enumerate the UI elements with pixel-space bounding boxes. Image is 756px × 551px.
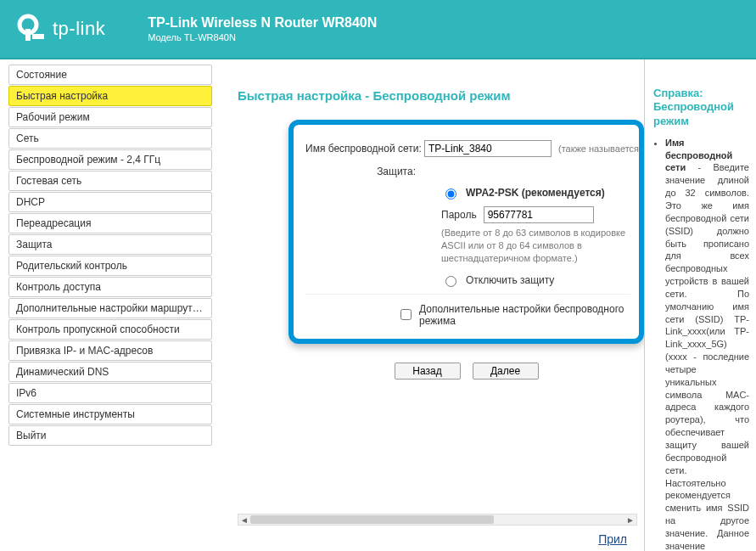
sidebar-item-7[interactable]: Переадресация <box>8 213 212 233</box>
scroll-right-arrow[interactable]: ► <box>624 514 636 525</box>
ssid-label: Имя беспроводной сети: <box>305 143 424 155</box>
scroll-track[interactable] <box>250 514 624 525</box>
horizontal-scrollbar[interactable]: ◄ ► <box>238 514 637 526</box>
more-settings-checkbox[interactable] <box>400 309 412 320</box>
scroll-left-arrow[interactable]: ◄ <box>238 514 250 525</box>
next-button[interactable]: Далее <box>473 363 539 380</box>
password-label: Пароль <box>441 209 477 221</box>
sidebar-item-10[interactable]: Контроль доступа <box>8 277 212 297</box>
password-input[interactable] <box>484 206 594 223</box>
svg-rect-2 <box>32 34 44 39</box>
sidebar-nav: СостояниеБыстрая настройкаРабочий режимС… <box>0 59 212 551</box>
sidebar-item-16[interactable]: Системные инструменты <box>8 404 212 424</box>
help-title: Справка: Беспроводной режим <box>653 87 749 128</box>
tplink-logo-icon <box>17 14 48 44</box>
ssid-input[interactable] <box>424 140 552 157</box>
more-settings-label: Дополнительные настройки беспроводного р… <box>419 303 630 327</box>
sidebar-item-8[interactable]: Защита <box>8 234 212 255</box>
help-item-0: Имя беспроводной сети - Введите значение… <box>665 137 749 551</box>
back-button[interactable]: Назад <box>395 363 461 380</box>
brand-logo: tp-link <box>17 14 105 44</box>
security-wpa2-label: WPA2-PSK (рекомендуется) <box>466 187 605 199</box>
sidebar-item-14[interactable]: Динамический DNS <box>8 362 212 382</box>
sidebar-item-4[interactable]: Беспроводной режим - 2,4 ГГц <box>8 149 212 170</box>
sidebar-item-3[interactable]: Сеть <box>8 128 212 149</box>
password-hint: (Введите от 8 до 63 символов в кодировке… <box>441 227 630 265</box>
help-list: Имя беспроводной сети - Введите значение… <box>653 137 749 551</box>
main-content: Быстрая настройка - Беспроводной режим И… <box>212 59 644 551</box>
security-wpa2-radio[interactable] <box>445 188 456 200</box>
sidebar-item-0[interactable]: Состояние <box>8 65 212 85</box>
security-label: Защита: <box>305 166 424 177</box>
security-disable-label: Отключить защиту <box>466 274 554 286</box>
ssid-hint: (также называется <box>558 143 639 154</box>
sidebar-item-5[interactable]: Гостевая сеть <box>8 171 212 191</box>
footer-link[interactable]: Прил <box>598 532 627 546</box>
product-title: TP-Link Wireless N Router WR840N <box>148 15 377 31</box>
sidebar-item-15[interactable]: IPv6 <box>8 383 212 403</box>
sidebar-item-13[interactable]: Привязка IP- и MAC-адресов <box>8 340 212 361</box>
brand-name: tp-link <box>53 18 105 40</box>
sidebar-item-6[interactable]: DHCP <box>8 192 212 212</box>
security-disable-radio[interactable] <box>445 276 456 287</box>
scroll-thumb[interactable] <box>250 515 494 524</box>
svg-rect-1 <box>25 29 31 41</box>
app-header: tp-link TP-Link Wireless N Router WR840N… <box>0 0 756 59</box>
sidebar-item-11[interactable]: Дополнительные настройки маршрутизации <box>8 298 212 318</box>
separator <box>305 294 630 295</box>
sidebar-item-1[interactable]: Быстрая настройка <box>8 86 212 106</box>
product-model: Модель TL-WR840N <box>148 32 377 42</box>
header-titles: TP-Link Wireless N Router WR840N Модель … <box>148 15 377 42</box>
help-panel: Справка: Беспроводной режим Имя беспрово… <box>644 59 756 551</box>
wireless-settings-panel: Имя беспроводной сети: (также называется… <box>288 120 644 344</box>
sidebar-item-2[interactable]: Рабочий режим <box>8 107 212 127</box>
sidebar-item-17[interactable]: Выйти <box>8 425 212 446</box>
sidebar-item-9[interactable]: Родительский контроль <box>8 256 212 276</box>
page-title: Быстрая настройка - Беспроводной режим <box>238 88 636 103</box>
sidebar-item-12[interactable]: Контроль пропускной способности <box>8 319 212 340</box>
